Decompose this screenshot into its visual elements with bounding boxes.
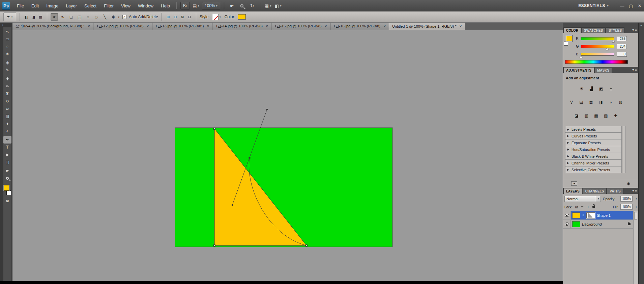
expand-arrow-icon[interactable]: ▶ <box>567 168 569 171</box>
selective-color-presets-item[interactable]: ▶Selective Color Presets <box>565 166 622 173</box>
document-tab[interactable]: 1급-14.jpg @ 100% (RGB/8)× <box>212 23 271 30</box>
path-selection-tool[interactable]: ▶ <box>3 151 11 158</box>
gradient-tool[interactable]: ▨ <box>3 112 11 120</box>
selective-color-icon[interactable]: ✚ <box>612 113 619 119</box>
dock-collapse-strip[interactable]: « <box>638 23 644 284</box>
pen-tool[interactable]: ✒ <box>3 136 11 144</box>
style-none-swatch[interactable] <box>212 14 218 20</box>
tab-styles[interactable]: STYLES <box>606 27 624 33</box>
crop-tool[interactable]: ⋕ <box>3 59 11 67</box>
switch-panel-view-button[interactable]: ◄ <box>571 181 577 186</box>
blue-slider[interactable] <box>581 53 614 56</box>
custom-shape-tool-button[interactable]: ❖ <box>110 13 117 21</box>
exclude-path-areas-button[interactable]: ⊡ <box>186 13 193 21</box>
menu-edit[interactable]: Edit <box>28 0 42 11</box>
scrollbar-thumb[interactable] <box>634 212 637 220</box>
close-tab-icon[interactable]: × <box>325 24 327 29</box>
layers-scrollbar[interactable] <box>633 211 638 284</box>
levels-icon[interactable]: ▟ <box>588 86 595 92</box>
document-tab[interactable]: 1급-16.jpg @ 100% (RGB/8)× <box>330 23 389 30</box>
direction-handle-end[interactable] <box>232 204 233 206</box>
rectangle-tool-button[interactable]: □ <box>67 13 75 21</box>
opacity-input[interactable]: 100% <box>620 196 633 202</box>
shape-color-swatch[interactable] <box>238 14 246 20</box>
shape-tool[interactable]: ▢ <box>3 158 11 166</box>
menu-view[interactable]: View <box>117 0 134 11</box>
quick-selection-tool[interactable]: ✶ <box>3 50 11 58</box>
expand-arrow-icon[interactable]: ▶ <box>567 155 569 158</box>
fill-input[interactable]: 100% <box>620 204 633 210</box>
exposure-presets-item[interactable]: ▶Exposure Presets <box>565 139 622 146</box>
hue-saturation-icon[interactable]: ▤ <box>578 99 585 105</box>
blur-tool[interactable]: ♦ <box>3 120 11 127</box>
document-tab[interactable]: 모의02-4 @ 200% (Background, RGB/8) *× <box>12 23 93 30</box>
anchor-point[interactable] <box>214 245 215 247</box>
slider-thumb[interactable] <box>580 56 582 58</box>
close-tab-icon[interactable]: × <box>88 24 90 29</box>
photoshop-logo[interactable]: Ps <box>2 2 10 10</box>
document-canvas[interactable] <box>12 30 563 281</box>
clip-to-layer-button[interactable]: ◉ <box>627 181 630 186</box>
menu-layer[interactable]: Layer <box>62 0 81 11</box>
gradient-map-icon[interactable]: ▧ <box>602 113 610 119</box>
black-white-presets-item[interactable]: ▶Black & White Presets <box>565 153 622 160</box>
ellipse-tool-button[interactable]: ○ <box>84 13 92 21</box>
rounded-rectangle-tool-button[interactable]: ▢ <box>76 13 83 21</box>
expand-arrow-icon[interactable]: ▶ <box>567 128 569 131</box>
fill-pixels-mode-button[interactable]: ▦ <box>37 13 43 21</box>
menu-filter[interactable]: Filter <box>100 0 117 11</box>
close-tab-icon[interactable]: × <box>207 24 209 29</box>
layer-name[interactable]: Background <box>582 222 602 226</box>
canvas-workspace[interactable] <box>12 30 563 281</box>
channel-mixer-presets-item[interactable]: ▶Channel Mixer Presets <box>565 160 622 166</box>
foreground-color-swatch[interactable] <box>4 185 9 191</box>
menu-window[interactable]: Window <box>134 0 157 11</box>
maximize-button[interactable]: ▢ <box>626 0 635 11</box>
tab-swatches[interactable]: SWATCHES <box>581 27 606 33</box>
workspace-switcher[interactable]: ESSENTIALS▾ <box>578 3 609 8</box>
red-value-input[interactable]: 255 <box>617 36 627 41</box>
lock-transparency-button[interactable]: ▨ <box>574 204 579 209</box>
black-white-icon[interactable]: ◨ <box>597 99 605 105</box>
anchor-point[interactable] <box>214 128 215 130</box>
vector-mask-thumbnail[interactable] <box>586 212 595 218</box>
zoom-level-control[interactable]: 100%▾ <box>202 2 220 10</box>
green-slider[interactable] <box>581 45 614 48</box>
visibility-toggle[interactable] <box>563 211 571 220</box>
opacity-spinner-icon[interactable]: ▸ <box>636 197 637 200</box>
layer-thumbnail[interactable] <box>572 212 580 218</box>
expand-arrow-icon[interactable]: ▶ <box>567 134 569 137</box>
brightness-contrast-icon[interactable]: ☀ <box>578 86 585 92</box>
hand-tool[interactable]: ☛ <box>3 167 11 175</box>
move-tool[interactable]: ↖ <box>3 28 11 35</box>
arrange-documents-button[interactable]: ▦▾ <box>264 2 272 10</box>
anchor-point-selected[interactable] <box>249 157 251 159</box>
document-tab[interactable]: 1급-15.jpg @ 100% (RGB/8)× <box>271 23 330 30</box>
panel-menu-button[interactable]: ▾≡ <box>632 189 637 192</box>
close-tab-icon[interactable]: × <box>147 24 149 29</box>
tab-paths[interactable]: PATHS <box>607 188 623 194</box>
tab-color[interactable]: COLOR <box>563 27 581 33</box>
document-tab-active[interactable]: Untitled-1 @ 100% (Shape 1, RGB/8) *× <box>389 23 465 30</box>
blend-mode-select[interactable]: Normal ▾ <box>564 196 601 202</box>
threshold-icon[interactable]: ▦ <box>592 113 600 119</box>
lasso-tool[interactable]: ◌ <box>3 43 11 50</box>
foreground-color-swatch[interactable] <box>566 35 573 42</box>
expand-arrow-icon[interactable]: ▶ <box>567 148 569 151</box>
auto-add-delete-checkbox[interactable]: ✓ <box>122 15 126 19</box>
history-brush-tool[interactable]: ↺ <box>3 98 11 105</box>
slider-thumb[interactable] <box>612 40 615 42</box>
dodge-tool[interactable]: ◐ <box>3 127 11 135</box>
eraser-tool[interactable]: ▱ <box>3 105 11 112</box>
tab-adjustments[interactable]: ADJUSTMENTS <box>563 67 594 73</box>
close-tab-icon[interactable]: × <box>460 24 462 29</box>
layer-name[interactable]: Shape 1 <box>597 213 611 217</box>
menu-select[interactable]: Select <box>81 0 100 11</box>
photo-filter-icon[interactable]: ◑ <box>607 99 614 105</box>
lock-position-button[interactable]: ✛ <box>586 204 590 209</box>
zoom-tool[interactable] <box>3 175 11 182</box>
curves-icon[interactable]: ◩ <box>597 86 605 92</box>
chevron-down-icon[interactable]: ▾ <box>219 16 221 19</box>
eyedropper-tool[interactable]: ✎ <box>3 67 11 74</box>
red-slider[interactable] <box>581 37 614 40</box>
